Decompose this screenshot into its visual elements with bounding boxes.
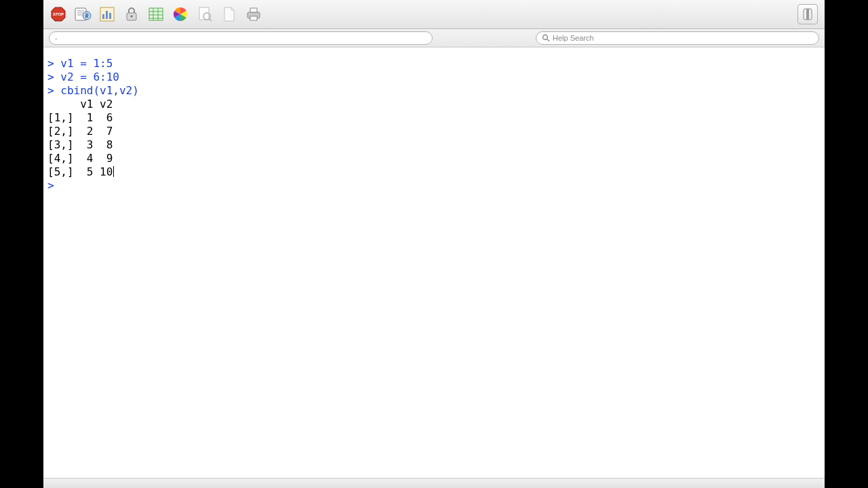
svg-rect-6 [102,14,104,19]
colorwheel-icon [172,6,189,22]
r-console-window: STOP R [43,0,825,488]
barchart-icon [99,6,115,22]
text-caret [113,166,114,177]
svg-point-10 [131,16,133,18]
newdoc-button[interactable] [218,3,240,25]
stop-button[interactable]: STOP [47,3,69,25]
toolbar: STOP R [43,0,825,29]
sidebar-toggle-icon [803,8,812,20]
svg-rect-20 [806,9,809,20]
help-search-placeholder: Help Search [553,34,594,42]
expression-input[interactable]: - [49,31,433,45]
console-output[interactable]: > v1 = 1:5 > v2 = 6:10 > cbind(v1,v2) v1… [43,47,825,478]
barchart-button[interactable] [96,3,118,25]
help-search-input[interactable]: Help Search [536,31,819,45]
svg-line-22 [547,39,549,41]
svg-rect-17 [250,8,257,12]
colorwheel-button[interactable] [170,3,191,25]
svg-text:STOP: STOP [53,12,64,16]
expression-value: - [55,34,58,42]
lock-icon [124,6,139,22]
preview-icon [197,6,213,22]
search-icon [542,34,550,42]
svg-rect-18 [250,16,257,20]
spreadsheet-icon [148,6,164,22]
print-button[interactable] [243,3,264,25]
svg-point-21 [543,35,548,40]
svg-text:R: R [84,13,89,19]
svg-rect-8 [109,13,111,19]
stop-icon: STOP [50,6,66,22]
svg-rect-7 [106,11,108,19]
svg-line-15 [209,18,212,21]
sidebar-toggle-button[interactable] [797,4,818,24]
expression-and-search-row: - Help Search [43,29,825,47]
preview-button[interactable] [194,3,216,25]
newdoc-icon [222,6,237,22]
spreadsheet-button[interactable] [145,3,167,25]
lock-button[interactable] [121,3,142,25]
source-button[interactable]: R [72,3,94,25]
print-icon [245,6,262,22]
status-bar [43,478,825,488]
source-icon: R [74,6,92,22]
